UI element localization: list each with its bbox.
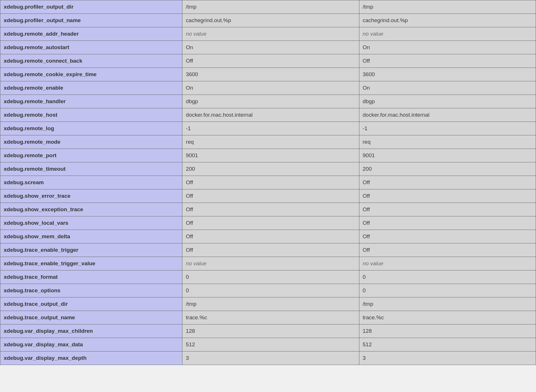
local-value: dbgp xyxy=(182,95,359,108)
master-value: On xyxy=(359,81,536,95)
master-value: 128 xyxy=(359,324,536,338)
table-row: xdebug.remote_cookie_expire_time36003600 xyxy=(0,68,536,81)
directive-name: xdebug.remote_mode xyxy=(0,135,182,149)
directive-name: xdebug.trace_output_name xyxy=(0,311,182,324)
local-value: no value xyxy=(182,27,359,41)
master-value: 3600 xyxy=(359,68,536,81)
table-row: xdebug.profiler_output_namecachegrind.ou… xyxy=(0,14,536,27)
directive-name: xdebug.remote_log xyxy=(0,122,182,135)
master-value: req xyxy=(359,135,536,149)
directive-name: xdebug.show_exception_trace xyxy=(0,203,182,216)
table-row: xdebug.profiler_output_dir/tmp/tmp xyxy=(0,0,536,14)
phpinfo-directives-table: xdebug.profiler_output_dir/tmp/tmpxdebug… xyxy=(0,0,536,365)
master-value: dbgp xyxy=(359,95,536,108)
table-row: xdebug.remote_connect_backOffOff xyxy=(0,54,536,68)
master-value: Off xyxy=(359,189,536,203)
master-value: 200 xyxy=(359,162,536,176)
master-value: -1 xyxy=(359,122,536,135)
local-value: On xyxy=(182,81,359,95)
directive-name: xdebug.var_display_max_children xyxy=(0,324,182,338)
table-row: xdebug.show_error_traceOffOff xyxy=(0,189,536,203)
directive-name: xdebug.remote_timeout xyxy=(0,162,182,176)
directive-name: xdebug.trace_options xyxy=(0,284,182,297)
local-value: Off xyxy=(182,189,359,203)
local-value: 3 xyxy=(182,351,359,365)
master-value: Off xyxy=(359,176,536,189)
directive-name: xdebug.scream xyxy=(0,176,182,189)
table-row: xdebug.trace_format00 xyxy=(0,270,536,284)
local-value: Off xyxy=(182,230,359,243)
master-value: trace.%c xyxy=(359,311,536,324)
local-value: 0 xyxy=(182,284,359,297)
table-row: xdebug.trace_enable_triggerOffOff xyxy=(0,243,536,257)
table-row: xdebug.remote_hostdocker.for.mac.host.in… xyxy=(0,108,536,122)
master-value: docker.for.mac.host.internal xyxy=(359,108,536,122)
master-value: no value xyxy=(359,257,536,270)
directive-name: xdebug.remote_connect_back xyxy=(0,54,182,68)
table-row: xdebug.trace_options00 xyxy=(0,284,536,297)
directive-name: xdebug.remote_addr_header xyxy=(0,27,182,41)
master-value: Off xyxy=(359,54,536,68)
local-value: Off xyxy=(182,216,359,230)
local-value: On xyxy=(182,41,359,54)
directive-name: xdebug.remote_autostart xyxy=(0,41,182,54)
table-row: xdebug.trace_enable_trigger_valueno valu… xyxy=(0,257,536,270)
local-value: -1 xyxy=(182,122,359,135)
local-value: 200 xyxy=(182,162,359,176)
master-value: 3 xyxy=(359,351,536,365)
local-value: /tmp xyxy=(182,0,359,14)
master-value: 0 xyxy=(359,270,536,284)
table-row: xdebug.screamOffOff xyxy=(0,176,536,189)
directive-name: xdebug.remote_cookie_expire_time xyxy=(0,68,182,81)
master-value: On xyxy=(359,41,536,54)
table-row: xdebug.remote_handlerdbgpdbgp xyxy=(0,95,536,108)
local-value: 512 xyxy=(182,338,359,351)
local-value: Off xyxy=(182,54,359,68)
local-value: 9001 xyxy=(182,149,359,162)
master-value: Off xyxy=(359,203,536,216)
table-row: xdebug.var_display_max_children128128 xyxy=(0,324,536,338)
local-value: 128 xyxy=(182,324,359,338)
table-row: xdebug.var_display_max_data512512 xyxy=(0,338,536,351)
local-value: req xyxy=(182,135,359,149)
directive-name: xdebug.trace_enable_trigger xyxy=(0,243,182,257)
directive-name: xdebug.var_display_max_depth xyxy=(0,351,182,365)
directive-name: xdebug.var_display_max_data xyxy=(0,338,182,351)
table-row: xdebug.show_exception_traceOffOff xyxy=(0,203,536,216)
local-value: Off xyxy=(182,203,359,216)
directive-name: xdebug.show_error_trace xyxy=(0,189,182,203)
table-row: xdebug.remote_enableOnOn xyxy=(0,81,536,95)
master-value: Off xyxy=(359,243,536,257)
directive-name: xdebug.show_mem_delta xyxy=(0,230,182,243)
local-value: 0 xyxy=(182,270,359,284)
directive-name: xdebug.remote_handler xyxy=(0,95,182,108)
master-value: /tmp xyxy=(359,0,536,14)
master-value: /tmp xyxy=(359,297,536,311)
local-value: 3600 xyxy=(182,68,359,81)
table-row: xdebug.remote_log-1-1 xyxy=(0,122,536,135)
table-row: xdebug.show_mem_deltaOffOff xyxy=(0,230,536,243)
master-value: 0 xyxy=(359,284,536,297)
master-value: Off xyxy=(359,230,536,243)
directive-name: xdebug.show_local_vars xyxy=(0,216,182,230)
local-value: docker.for.mac.host.internal xyxy=(182,108,359,122)
local-value: /tmp xyxy=(182,297,359,311)
directive-name: xdebug.trace_enable_trigger_value xyxy=(0,257,182,270)
table-row: xdebug.remote_port90019001 xyxy=(0,149,536,162)
directive-name: xdebug.trace_output_dir xyxy=(0,297,182,311)
master-value: 512 xyxy=(359,338,536,351)
table-row: xdebug.remote_timeout200200 xyxy=(0,162,536,176)
directive-name: xdebug.remote_host xyxy=(0,108,182,122)
table-row: xdebug.trace_output_nametrace.%ctrace.%c xyxy=(0,311,536,324)
local-value: trace.%c xyxy=(182,311,359,324)
table-row: xdebug.remote_autostartOnOn xyxy=(0,41,536,54)
directive-name: xdebug.remote_enable xyxy=(0,81,182,95)
table-row: xdebug.show_local_varsOffOff xyxy=(0,216,536,230)
table-row: xdebug.remote_modereqreq xyxy=(0,135,536,149)
table-row: xdebug.var_display_max_depth33 xyxy=(0,351,536,365)
directive-name: xdebug.profiler_output_dir xyxy=(0,0,182,14)
local-value: cachegrind.out.%p xyxy=(182,14,359,27)
master-value: no value xyxy=(359,27,536,41)
directive-name: xdebug.trace_format xyxy=(0,270,182,284)
master-value: cachegrind.out.%p xyxy=(359,14,536,27)
